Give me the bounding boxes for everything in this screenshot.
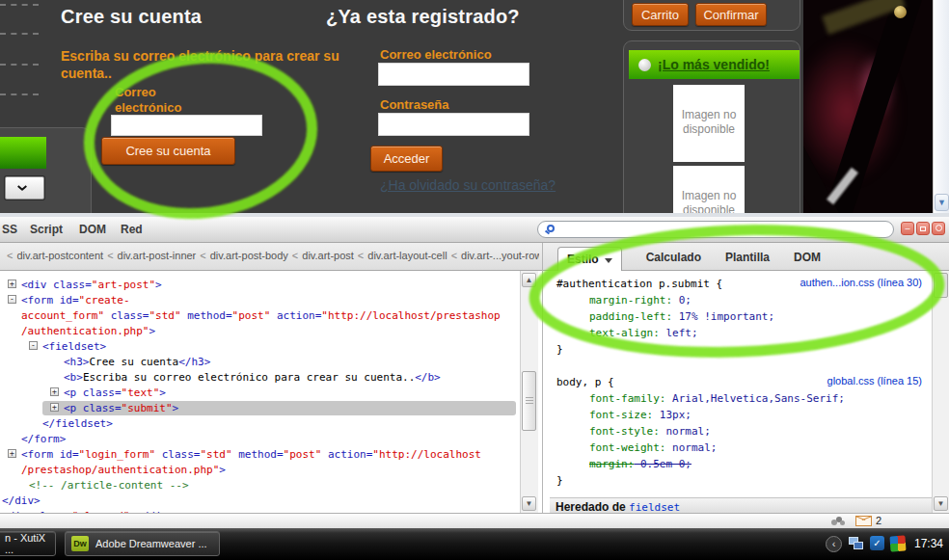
html-tree-row[interactable]: </div> [0,493,520,509]
create-email-input[interactable] [111,115,262,136]
css-property[interactable]: text-align: left; [550,325,932,341]
mail-icon[interactable] [855,516,872,526]
inherited-from-header: Heredado de fieldset [550,497,932,513]
style-tab-plantilla[interactable]: Plantilla [725,251,770,264]
collapse-icon[interactable]: - [8,295,16,304]
firebug-window-buttons: – [901,222,945,235]
breadcrumb-item[interactable]: div.art-post [302,250,354,261]
css-property[interactable]: font-weight: normal; [550,440,932,456]
html-tree-row[interactable]: +<form id="login_form" class="std" metho… [0,447,520,463]
product-image-placeholder[interactable]: Imagen no disponible [673,166,745,213]
scroll-up-icon[interactable]: ▲ [522,273,536,287]
scroll-down-button[interactable]: ▼ [935,194,949,211]
scrollbar-thumb[interactable] [934,273,948,298]
dropbox-icon[interactable]: ✓ [870,536,884,550]
forgot-password-link[interactable]: ¿Ha olvidado su contraseña? [380,177,556,193]
firebug-second-toolbar: <div.art-postcontent<div.art-post-inner<… [0,243,949,271]
html-tree-row[interactable]: -<form id="create- [0,293,520,308]
html-tree-row[interactable]: /authentication.php"> [0,324,520,339]
create-account-button[interactable]: Cree su cuenta [101,137,235,165]
close-power-button[interactable] [932,222,945,235]
taskbar-window-dreamweaver[interactable]: Dw Adobe Dreamweaver ... [65,531,220,556]
theme-select[interactable] [5,176,44,200]
html-tree-row[interactable]: /prestashop/authentication.php"> [0,463,520,478]
create-account-heading: Cree su cuenta [61,6,202,28]
css-file-link[interactable]: global.css (línea 15) [827,375,922,387]
page-scrollbar[interactable]: ▼ [933,0,949,213]
expand-icon[interactable]: + [50,403,59,412]
firebug-tab-ss[interactable]: SS [2,223,17,236]
browser-statusbar: 2 [0,513,949,528]
firebug-tab-dom[interactable]: DOM [79,223,106,236]
taskbar-window-1[interactable]: n - XutiX ... [0,531,56,556]
breadcrumb-item[interactable]: div.art-...yout-row [461,250,539,261]
tray-expand-icon[interactable]: ‹ [826,536,842,552]
style-tab-estilo[interactable]: Estilo [557,247,622,272]
css-file-link[interactable]: authen...ion.css (línea 30) [800,277,922,288]
detach-window-button[interactable] [916,222,930,235]
html-tree-row[interactable]: <!-- /article-content --> [0,478,520,493]
expand-icon[interactable]: + [8,280,16,288]
dreamweaver-icon: Dw [71,536,89,551]
html-tree-row[interactable]: <h3>Cree su cuenta</h3> [0,355,520,370]
login-password-input[interactable] [378,113,529,136]
breadcrumb-separator: < [358,250,364,261]
breadcrumb-separator: < [292,250,298,261]
html-tree-row[interactable]: +<p class="submit"> [0,401,520,416]
cart-button[interactable]: Carrito [632,3,689,26]
firebug-tab-red[interactable]: Red [121,223,143,236]
confirm-button[interactable]: Confirmar [695,3,767,26]
css-property[interactable]: font-size: 13px; [550,407,932,423]
screenshot-root: Cree su cuenta Escriba su correo electró… [0,0,949,560]
best-sellers-label: ¡Lo más vendido! [658,57,770,72]
style-scrollbar[interactable]: ▼ [932,271,949,513]
css-property[interactable]: padding-left: 17% !important; [550,308,932,325]
addon-icon[interactable] [831,517,845,526]
css-property[interactable]: margin: 0.5em 0; [550,456,932,472]
antivirus-icon[interactable] [889,535,906,551]
html-tree-row[interactable]: account_form" class="std" method="post" … [0,308,520,324]
css-rules-pane: #authentication p.submit {authen...ion.c… [550,271,932,513]
login-button[interactable]: Acceder [370,146,443,172]
tree-scrollbar[interactable]: ▲ ▼ [520,271,538,513]
css-property[interactable]: font-style: normal; [550,423,932,440]
breadcrumb-item[interactable]: div.art-layout-cell [367,250,447,261]
style-tab-dom[interactable]: DOM [794,251,821,264]
html-tree-row[interactable]: -<fieldset> [0,339,520,355]
html-tree-row[interactable]: +<div class="art-post"> [0,278,520,293]
firebug-search-box[interactable] [537,221,894,238]
html-tree-row[interactable]: +<p class="text"> [0,386,520,401]
search-input[interactable] [561,223,880,236]
html-tree-row[interactable]: </fieldset> [0,416,520,432]
dashed-guide [0,93,39,95]
style-tab-calculado[interactable]: Calculado [646,251,701,264]
css-property[interactable]: font-family: Arial,Helvetica,Sans-Serif; [550,390,932,407]
expand-icon[interactable]: + [8,449,16,458]
css-property[interactable]: margin-right: 0; [550,292,932,308]
collapse-icon[interactable]: - [29,341,38,350]
inherited-element-link[interactable]: fieldset [629,501,680,513]
create-account-intro: Escriba su correo electrónico para crear… [61,47,355,82]
bullet-icon [638,59,651,71]
minimize-button[interactable]: – [901,222,914,235]
chevron-down-icon [18,185,26,193]
network-icon[interactable] [849,537,864,551]
scroll-down-icon[interactable]: ▼ [934,496,948,511]
html-tree-row[interactable]: </form> [0,432,520,447]
css-rule: #authentication p.submit {authen...ion.c… [550,276,932,358]
expand-icon[interactable]: + [50,387,59,396]
best-sellers-banner[interactable]: ¡Lo más vendido! [629,50,800,79]
breadcrumb-item[interactable]: div.art-post-inner [118,250,197,261]
product-image-placeholder[interactable]: Imagen no disponible [673,85,745,162]
breadcrumb-item[interactable]: div.art-post-body [210,250,288,261]
scrollbar-thumb[interactable] [522,371,536,431]
login-email-input[interactable] [378,63,529,86]
breadcrumb-item[interactable]: div.art-postcontent [16,250,103,261]
html-tree-row[interactable]: <b>Escriba su correo electrónico para cr… [0,370,520,386]
scroll-down-icon[interactable]: ▼ [522,496,536,511]
mail-count: 2 [876,515,881,526]
clock[interactable]: 17:34 [914,537,943,550]
html-tree-pane: +<div class="art-post">-<form id="create… [0,271,520,513]
firebug-tab-script[interactable]: Script [30,223,63,236]
dashed-guide [0,64,39,66]
